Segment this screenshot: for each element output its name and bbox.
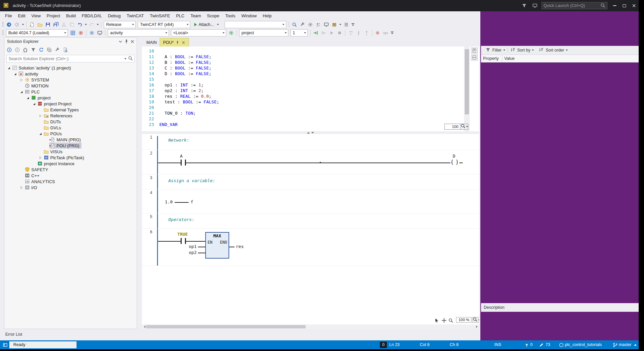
solution-combo[interactable]: activity: [108, 29, 169, 37]
tc-restart-icon[interactable]: [88, 29, 95, 37]
assign-value[interactable]: 1.0: [161, 199, 173, 204]
solution-platform-combo[interactable]: TwinCAT RT (x64): [138, 21, 190, 28]
pencil-icon[interactable]: [539, 342, 544, 347]
expander-closed-icon[interactable]: [38, 114, 43, 118]
status-outgoing-count[interactable]: 0: [530, 340, 533, 349]
minimap-icon[interactable]: [471, 48, 478, 54]
menu-twincat[interactable]: TwinCAT: [124, 11, 147, 21]
sort-order-button[interactable]: Sort order: [536, 47, 570, 54]
window-position-icon[interactable]: [117, 39, 123, 45]
close-icon[interactable]: [181, 40, 186, 45]
tc-config-icon[interactable]: [96, 29, 103, 37]
search-input[interactable]: Search Solution Explorer (Ctrl+;): [6, 55, 135, 62]
collapse-all-icon[interactable]: [46, 46, 53, 54]
filter-icon[interactable]: [30, 46, 37, 54]
step-out-icon[interactable]: [363, 29, 370, 37]
combo-dropdown-icon[interactable]: [281, 21, 286, 28]
nav-back-icon[interactable]: [5, 21, 13, 28]
ladder-zoom-level[interactable]: 100 %: [456, 317, 471, 323]
scroll-right-icon[interactable]: [474, 324, 479, 329]
tree-item-gvls[interactable]: GVLs: [4, 125, 137, 131]
ladder-zoom-button[interactable]: [472, 317, 479, 323]
tree-item-plctask-plctask[interactable]: PlcTask (PlcTask): [4, 155, 137, 161]
block-input-label[interactable]: op2: [187, 250, 197, 255]
package-icon[interactable]: [331, 21, 338, 28]
coil-icon[interactable]: (: [450, 159, 454, 166]
assign-target[interactable]: f: [191, 199, 193, 204]
menu-twinsafe[interactable]: TwinSAFE: [147, 11, 173, 21]
toolbar-overflow-button[interactable]: [390, 29, 395, 37]
menu-project[interactable]: Project: [44, 11, 63, 21]
breakpoint-icon[interactable]: [374, 29, 381, 37]
quick-launch-input[interactable]: Quick Launch (Ctrl+Q): [542, 2, 607, 9]
combo-dropdown-icon[interactable]: [130, 21, 135, 28]
expander-open-icon[interactable]: [25, 96, 30, 100]
tab-pou[interactable]: POU*: [160, 38, 189, 47]
find-icon[interactable]: [291, 21, 298, 28]
tree-item-project[interactable]: project: [4, 95, 137, 101]
dropdown-chevron-icon[interactable]: [339, 21, 342, 28]
tree-item-project-instance[interactable]: project Instance: [4, 161, 137, 167]
magnifier-icon[interactable]: [447, 317, 454, 324]
screen-icon[interactable]: [532, 2, 538, 9]
expander-closed-icon[interactable]: [38, 156, 43, 160]
monitor-icon[interactable]: [323, 21, 330, 28]
tree-item-references[interactable]: References: [4, 113, 137, 119]
menu-help[interactable]: Help: [260, 11, 275, 21]
expander-open-icon[interactable]: [32, 102, 37, 106]
contact-icon[interactable]: [181, 238, 182, 244]
menu-tools[interactable]: Tools: [222, 11, 238, 21]
expander-closed-icon[interactable]: [19, 186, 24, 189]
scrollbar-thumb[interactable]: [465, 49, 469, 114]
editor-splitter[interactable]: [142, 131, 479, 134]
step-into-icon[interactable]: [355, 29, 362, 37]
tree-item-safety[interactable]: SAFETY: [4, 167, 137, 173]
expander-open-icon[interactable]: [6, 66, 11, 70]
network-1[interactable]: 1Network:: [142, 134, 479, 150]
solution-configuration-combo[interactable]: Release: [104, 21, 136, 28]
expander-open-icon[interactable]: [19, 90, 24, 94]
maximize-button[interactable]: [619, 0, 629, 11]
status-repo-name[interactable]: plc_control_tutorials: [565, 340, 602, 349]
list-icon[interactable]: [343, 21, 350, 28]
status-edit-count[interactable]: 73: [546, 340, 550, 349]
tc-grid-icon[interactable]: [69, 29, 77, 37]
tree-item-visus[interactable]: VISUs: [4, 149, 137, 155]
redo-icon[interactable]: [88, 21, 95, 28]
network-comment[interactable]: Assign a variable:: [168, 178, 215, 183]
menu-window[interactable]: Window: [238, 11, 259, 21]
close-button[interactable]: [629, 0, 639, 11]
tree-item-activity[interactable]: activity: [4, 71, 137, 77]
code-zoom-button[interactable]: [460, 124, 468, 130]
network-3[interactable]: 3Assign a variable:: [142, 175, 479, 189]
tree-item-pou-prg[interactable]: POU (PRG): [4, 143, 137, 149]
dropdown-chevron-icon[interactable]: [21, 21, 25, 28]
code-editor[interactable]: 1011 A : BOOL := FALSE;12 B : BOOL := FA…: [142, 47, 479, 131]
pin-icon[interactable]: [123, 39, 129, 45]
repo-icon[interactable]: [559, 342, 564, 347]
combo-dropdown-icon[interactable]: [302, 30, 307, 36]
menu-plc[interactable]: PLC: [173, 11, 187, 21]
toolbar-grip[interactable]: [2, 22, 4, 27]
sort-by-button[interactable]: Sort by: [508, 47, 537, 54]
menu-fbd-ld-il[interactable]: FBD/LD/IL: [79, 11, 105, 21]
scrollbar-thumb[interactable]: [146, 325, 306, 328]
menu-build[interactable]: Build: [63, 11, 79, 21]
logout-icon[interactable]: [320, 29, 327, 37]
expander-open-icon[interactable]: [38, 132, 43, 136]
tree-item-duts[interactable]: DUTs: [4, 119, 137, 125]
layout-icon[interactable]: [3, 342, 8, 347]
menu-edit[interactable]: Edit: [15, 11, 28, 21]
combo-dropdown-icon[interactable]: [283, 30, 288, 36]
branch-caret-icon[interactable]: [634, 344, 637, 346]
users-icon[interactable]: [315, 21, 322, 28]
step-over-icon[interactable]: [347, 29, 354, 37]
tree-item-c[interactable]: C++: [4, 173, 137, 178]
forward-icon[interactable]: [14, 46, 21, 54]
tree-item-motion[interactable]: MOTION: [4, 83, 137, 89]
tab-main[interactable]: MAIN: [143, 38, 160, 47]
property-column-header[interactable]: Property: [481, 55, 502, 62]
preview-icon[interactable]: [62, 46, 69, 54]
tree-item-main-prg[interactable]: MAIN (PRG): [4, 137, 137, 143]
login-icon[interactable]: [312, 29, 319, 37]
